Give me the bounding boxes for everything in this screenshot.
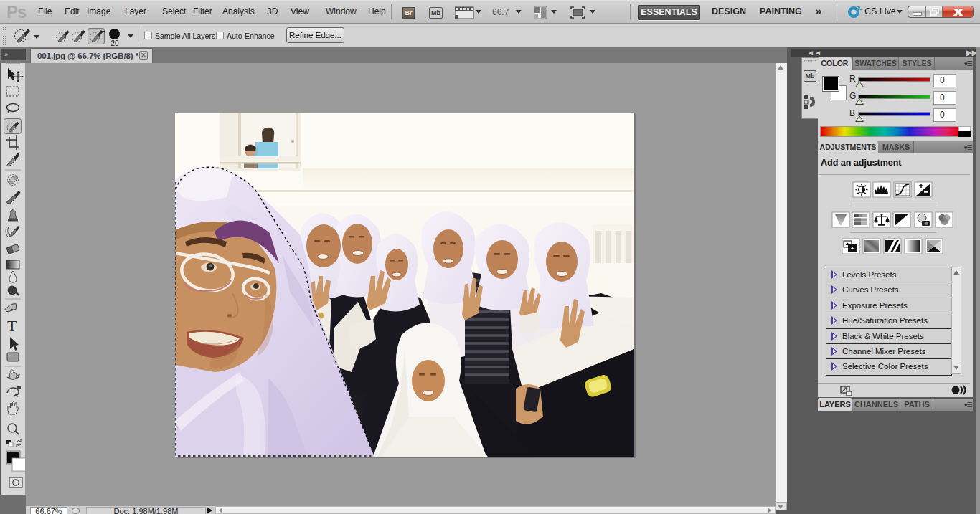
svg-text:T: T [7,317,17,335]
svg-text:+: + [81,28,85,35]
